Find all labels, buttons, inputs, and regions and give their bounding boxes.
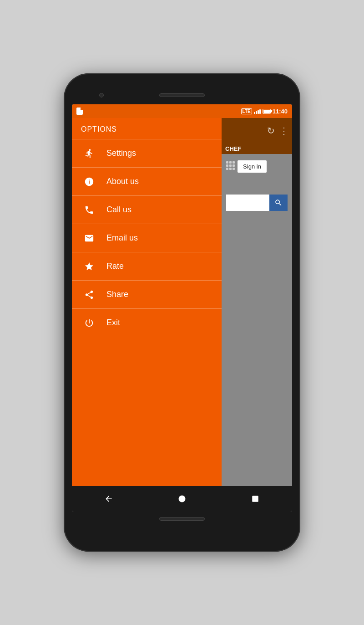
power-icon: [81, 315, 97, 331]
sign-in-button[interactable]: Sign in: [238, 160, 267, 173]
wrench-icon: [81, 145, 97, 162]
refresh-icon[interactable]: ↻: [267, 125, 275, 136]
right-panel: ↻ ⋮ CHEF: [222, 118, 292, 486]
recent-button[interactable]: [244, 487, 267, 510]
back-button[interactable]: [97, 487, 120, 510]
phone-camera: [99, 93, 104, 97]
menu-item-share[interactable]: Share: [72, 280, 222, 308]
menu-item-about[interactable]: About us: [72, 167, 222, 195]
star-icon: [81, 258, 97, 275]
menu-item-email[interactable]: Email us: [72, 224, 222, 252]
menu-item-settings[interactable]: Settings: [72, 139, 222, 167]
svg-point-0: [178, 496, 185, 502]
svg-rect-1: [253, 496, 259, 502]
battery-fill: [263, 110, 270, 113]
screen-content: OPTIONS Settings: [72, 118, 292, 486]
search-button[interactable]: [269, 195, 288, 211]
more-icon[interactable]: ⋮: [279, 125, 288, 136]
signal-bar-4: [259, 109, 261, 114]
signal-bars: [254, 108, 261, 114]
time-display: 11:40: [273, 108, 288, 115]
nav-bar: [72, 486, 292, 512]
rate-label: Rate: [106, 261, 124, 271]
share-icon: [81, 287, 97, 303]
menu-item-rate[interactable]: Rate: [72, 252, 222, 280]
phone-bottom-speaker: [159, 517, 205, 521]
right-top-bar: ↻ ⋮: [222, 118, 292, 143]
drawer-menu: OPTIONS Settings: [72, 118, 222, 486]
grid-icon: [226, 161, 235, 170]
share-label: Share: [106, 290, 128, 299]
status-bar: LTE 11:40: [72, 104, 292, 118]
app-title: CHEF: [225, 145, 241, 152]
status-left: [76, 108, 83, 115]
app-title-bar: CHEF: [222, 143, 292, 154]
settings-label: Settings: [106, 149, 136, 158]
home-button[interactable]: [171, 487, 193, 510]
search-bar-area: [226, 195, 288, 211]
email-label: Email us: [106, 233, 138, 243]
signal-bar-3: [258, 110, 259, 114]
phone-speaker: [159, 93, 205, 97]
phone-screen: LTE 11:40 OPTIONS: [72, 104, 292, 512]
lte-badge: LTE: [241, 108, 252, 114]
search-input-box[interactable]: [226, 195, 269, 211]
menu-item-exit[interactable]: Exit: [72, 308, 222, 337]
info-icon: [81, 174, 97, 190]
signal-bar-2: [256, 111, 257, 114]
sim-icon: [76, 108, 83, 115]
phone-top-bar: [72, 86, 292, 104]
exit-label: Exit: [106, 318, 120, 328]
phone-bottom-bar: [72, 512, 292, 526]
status-right: LTE 11:40: [241, 108, 288, 115]
phone-icon: [81, 202, 97, 218]
drawer-title: OPTIONS: [72, 118, 222, 139]
menu-item-call[interactable]: Call us: [72, 195, 222, 224]
email-icon: [81, 230, 97, 246]
toolbar-row: Sign in: [226, 159, 288, 173]
call-label: Call us: [106, 205, 131, 215]
battery-icon: [263, 109, 271, 114]
right-main: Sign in: [222, 154, 292, 215]
about-label: About us: [106, 177, 139, 186]
signal-bar-1: [254, 112, 255, 114]
phone-device: LTE 11:40 OPTIONS: [64, 73, 300, 552]
